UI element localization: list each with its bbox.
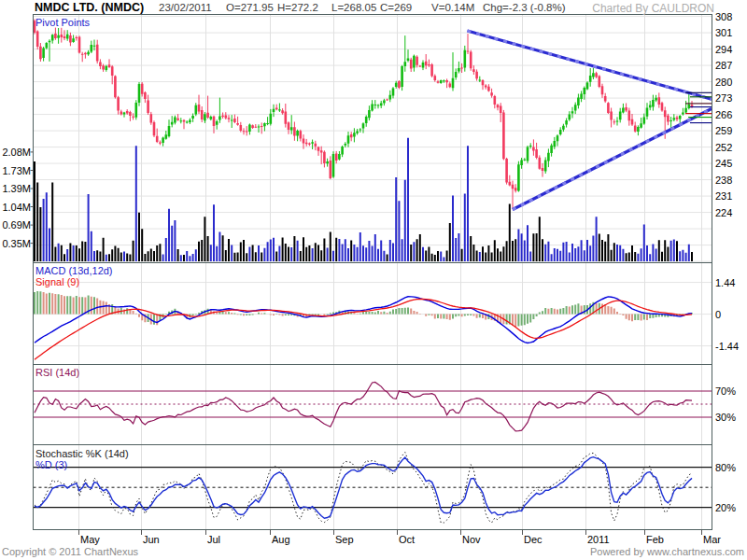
svg-text:Feb: Feb bbox=[646, 534, 664, 545]
svg-text:H=272.2: H=272.2 bbox=[277, 2, 318, 13]
svg-text:280: 280 bbox=[715, 77, 732, 88]
svg-text:Sep: Sep bbox=[335, 534, 354, 545]
svg-text:266: 266 bbox=[715, 109, 732, 120]
svg-text:1.39M: 1.39M bbox=[2, 183, 31, 194]
svg-text:252: 252 bbox=[715, 142, 732, 153]
svg-text:238: 238 bbox=[715, 175, 732, 186]
svg-text:294: 294 bbox=[715, 44, 732, 55]
svg-text:MACD (13d,12d): MACD (13d,12d) bbox=[35, 265, 113, 276]
svg-text:30%: 30% bbox=[715, 412, 736, 423]
svg-text:Copyright © 2011 ChartNexus: Copyright © 2011 ChartNexus bbox=[2, 546, 139, 557]
svg-text:20%: 20% bbox=[715, 502, 736, 513]
svg-text:1.44: 1.44 bbox=[715, 277, 735, 288]
svg-text:301: 301 bbox=[715, 27, 732, 38]
svg-text:1.73M: 1.73M bbox=[2, 165, 31, 176]
svg-text:%D (3): %D (3) bbox=[35, 459, 67, 470]
svg-text:Mar: Mar bbox=[703, 534, 721, 545]
svg-text:Powered by www.chartnexus.com: Powered by www.chartnexus.com bbox=[590, 546, 744, 557]
svg-text:2.08M: 2.08M bbox=[2, 147, 31, 158]
svg-text:L=268.05: L=268.05 bbox=[331, 2, 376, 13]
svg-text:Jul: Jul bbox=[207, 534, 220, 545]
svg-text:Jun: Jun bbox=[143, 534, 160, 545]
svg-text:1.04M: 1.04M bbox=[2, 202, 31, 213]
svg-text:Signal (9): Signal (9) bbox=[35, 276, 79, 287]
svg-text:231: 231 bbox=[715, 190, 732, 202]
svg-text:C=269: C=269 bbox=[380, 2, 412, 13]
svg-text:287: 287 bbox=[715, 60, 732, 71]
svg-text:259: 259 bbox=[715, 125, 732, 136]
svg-text:NMDC LTD. (NMDC): NMDC LTD. (NMDC) bbox=[35, 1, 144, 14]
svg-text:-1.44: -1.44 bbox=[715, 341, 739, 352]
svg-text:RSI (14d): RSI (14d) bbox=[35, 367, 79, 378]
svg-text:V=0.14M: V=0.14M bbox=[431, 2, 474, 13]
svg-text:224: 224 bbox=[715, 207, 732, 218]
svg-text:O=271.95: O=271.95 bbox=[226, 2, 274, 13]
svg-text:Oct: Oct bbox=[399, 534, 415, 545]
svg-text:80%: 80% bbox=[715, 462, 736, 473]
svg-text:Aug: Aug bbox=[272, 534, 290, 545]
svg-text:273: 273 bbox=[715, 92, 732, 104]
svg-text:0.69M: 0.69M bbox=[2, 219, 31, 231]
svg-text:70%: 70% bbox=[715, 385, 736, 397]
svg-text:Nov: Nov bbox=[462, 534, 481, 545]
svg-text:0.35M: 0.35M bbox=[2, 238, 31, 249]
svg-text:Charted By CAULDRON: Charted By CAULDRON bbox=[592, 2, 714, 15]
svg-text:245: 245 bbox=[715, 158, 732, 169]
svg-text:0: 0 bbox=[715, 309, 721, 320]
svg-text:Stochastic %K (14d): Stochastic %K (14d) bbox=[35, 448, 129, 459]
svg-text:Dec: Dec bbox=[524, 534, 543, 545]
svg-text:2011: 2011 bbox=[587, 534, 610, 545]
svg-text:308: 308 bbox=[715, 11, 732, 22]
svg-text:Chg=-2.3 (-0.8%): Chg=-2.3 (-0.8%) bbox=[483, 2, 566, 13]
svg-text:23/02/2011: 23/02/2011 bbox=[159, 2, 212, 13]
svg-text:Pivot Points: Pivot Points bbox=[35, 17, 91, 28]
svg-text:May: May bbox=[80, 534, 100, 545]
